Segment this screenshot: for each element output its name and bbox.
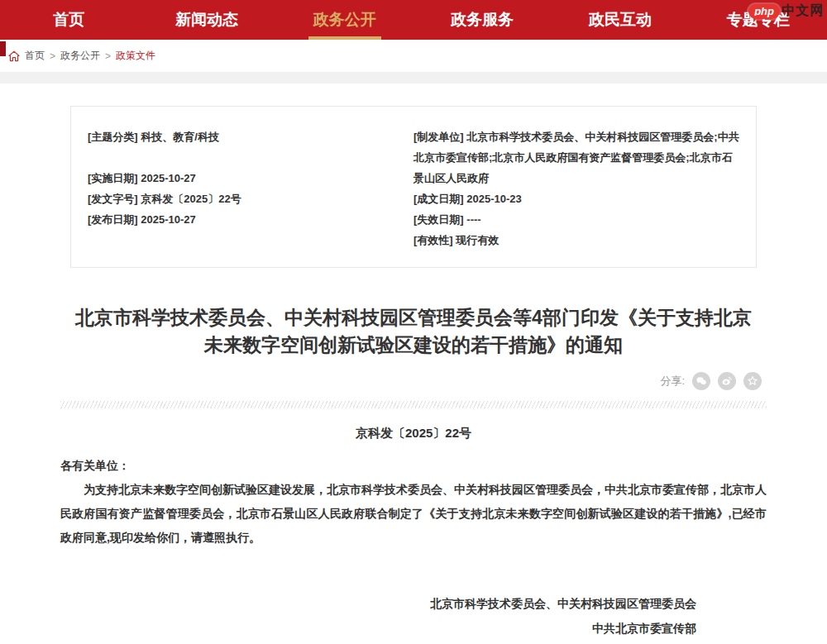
breadcrumb-separator: >: [50, 50, 55, 62]
meta-value: 2025-10-27: [141, 213, 196, 226]
meta-issuing-unit: [制发单位] 北京市科学技术委员会、中关村科技园区管理委员会;中共北京市委宣传部…: [414, 126, 739, 188]
meta-value: ----: [466, 213, 480, 226]
document-metadata-box: [主题分类] 科技、教育/科技 [实施日期] 2025-10-27 [发文字号]…: [70, 106, 757, 268]
meta-value: 京科发〔2025〕22号: [141, 193, 241, 205]
nav-item-gov-services[interactable]: 政务服务: [414, 0, 552, 40]
signature-line: 北京市人民政府国有资产监督管理委员会: [60, 641, 696, 644]
salutation: 各有关单位：: [60, 456, 767, 475]
main-content: [主题分类] 科技、教育/科技 [实施日期] 2025-10-27 [发文字号]…: [0, 106, 827, 644]
meta-label: [失效日期]: [414, 213, 464, 226]
signature-line: 北京市科学技术委员会、中关村科技园区管理委员会: [60, 591, 696, 616]
meta-value: 科技、教育/科技: [141, 131, 219, 143]
php-logo-bubble: php: [748, 4, 780, 19]
php-logo-text: 中文网: [782, 2, 824, 20]
meta-label: [有效性]: [414, 234, 453, 246]
meta-expiry-date: [失效日期] ----: [414, 209, 739, 230]
meta-document-number: [发文字号] 京科发〔2025〕22号: [88, 188, 389, 209]
metadata-left-column: [主题分类] 科技、教育/科技 [实施日期] 2025-10-27 [发文字号]…: [88, 126, 414, 250]
document-number: 京科发〔2025〕22号: [60, 426, 767, 441]
share-label: 分享:: [660, 374, 685, 389]
breadcrumb-corner-decoration: [0, 41, 6, 56]
hatched-divider: [60, 401, 767, 408]
meta-written-date: [成文日期] 2025-10-23: [414, 188, 739, 209]
share-row: 分享:: [60, 372, 767, 390]
meta-value: 2025-10-23: [466, 193, 522, 205]
wechat-share-icon[interactable]: [692, 372, 710, 390]
meta-label: [发文字号]: [88, 193, 138, 205]
body-paragraph: 为支持北京未来数字空间创新试验区建设发展，北京市科学技术委员会、中关村科技园区管…: [60, 478, 767, 550]
weibo-share-icon[interactable]: [718, 372, 736, 390]
meta-value: 现行有效: [456, 234, 499, 246]
meta-implementation-date: [实施日期] 2025-10-27: [88, 168, 389, 188]
favorite-star-icon[interactable]: [743, 372, 762, 390]
page-title: 北京市科学技术委员会、中关村科技园区管理委员会等4部门印发《关于支持北京未来数字…: [70, 304, 757, 359]
meta-label: [制发单位]: [414, 131, 464, 143]
meta-value: 2025-10-27: [141, 172, 196, 184]
meta-spacer: [88, 147, 389, 168]
php-chinese-site-logo: php 中文网: [748, 2, 824, 20]
meta-label: [实施日期]: [88, 172, 138, 184]
metadata-right-column: [制发单位] 北京市科学技术委员会、中关村科技园区管理委员会;中共北京市委宣传部…: [414, 126, 739, 250]
breadcrumb: 首页 > 政务公开 > 政策文件: [0, 40, 827, 72]
meta-validity: [有效性] 现行有效: [414, 230, 739, 250]
nav-item-news[interactable]: 新闻动态: [138, 0, 276, 40]
signature-line: 中共北京市委宣传部: [60, 616, 696, 641]
meta-label: [发布日期]: [88, 213, 138, 226]
meta-publish-date: [发布日期] 2025-10-27: [88, 209, 389, 230]
nav-item-home[interactable]: 首页: [0, 0, 138, 40]
breadcrumb-item-home[interactable]: 首页: [25, 49, 45, 63]
home-icon: [8, 50, 20, 62]
breadcrumb-item-policy-files: 政策文件: [116, 49, 155, 63]
meta-topic-category: [主题分类] 科技、教育/科技: [88, 126, 389, 147]
nav-item-interaction[interactable]: 政民互动: [552, 0, 690, 40]
signature-block: 北京市科学技术委员会、中关村科技园区管理委员会 中共北京市委宣传部 北京市人民政…: [60, 591, 767, 644]
meta-label: [主题分类]: [88, 131, 138, 143]
nav-item-gov-disclosure[interactable]: 政务公开: [275, 0, 414, 40]
breadcrumb-separator: >: [105, 50, 111, 62]
divider-band: [0, 72, 827, 83]
breadcrumb-item-gov-disclosure[interactable]: 政务公开: [60, 49, 100, 63]
meta-label: [成文日期]: [414, 193, 464, 205]
top-navbar: 首页 新闻动态 政务公开 政务服务 政民互动 专题专栏: [0, 0, 827, 40]
